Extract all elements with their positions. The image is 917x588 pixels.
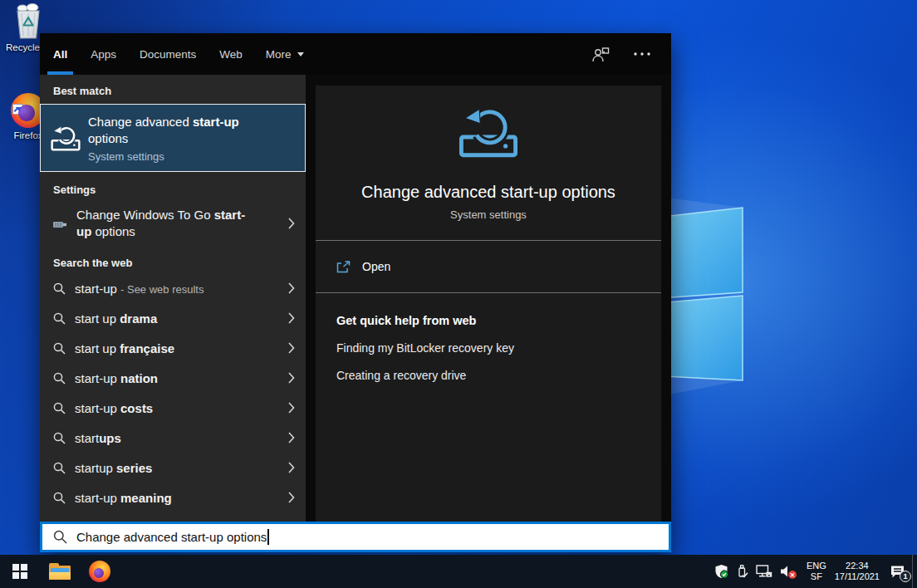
volume-muted-tray-icon[interactable]: ✕ — [780, 565, 794, 578]
search-icon — [53, 432, 66, 444]
taskbar-clock[interactable]: 22:34 17/11/2021 — [835, 561, 880, 582]
chevron-right-icon — [288, 312, 295, 324]
search-results-list: Best match Change advanced start-up opti… — [40, 75, 306, 522]
chevron-right-icon — [288, 282, 295, 294]
settings-result[interactable]: Change Windows To Go start-up options — [40, 200, 306, 247]
help-link[interactable]: Creating a recovery drive — [336, 369, 640, 382]
result-title: Change Windows To Go start-up options — [76, 207, 255, 240]
web-suggestion[interactable]: start-up - See web results — [40, 273, 306, 303]
search-flyout: All Apps Documents Web More Best match — [40, 33, 671, 552]
firefox-taskbar-button[interactable] — [80, 555, 120, 588]
chevron-right-icon — [288, 402, 295, 414]
windows-to-go-icon — [52, 218, 67, 230]
clock-date: 17/11/2021 — [835, 571, 880, 582]
open-action[interactable]: Open — [316, 241, 661, 292]
tab-web[interactable]: Web — [213, 33, 248, 75]
usb-tray-icon[interactable] — [736, 564, 748, 579]
search-icon — [53, 462, 66, 474]
help-section-header: Get quick help from web — [336, 314, 640, 327]
start-button[interactable] — [0, 555, 40, 588]
search-icon — [53, 530, 67, 544]
sign-in-icon[interactable] — [591, 47, 610, 62]
search-filter-tabs: All Apps Documents Web More — [40, 33, 671, 75]
taskbar: ✕ ENG SF 22:34 17/11/2021 1 — [0, 555, 917, 588]
section-header-web: Search the web — [40, 247, 306, 273]
search-icon — [53, 342, 66, 355]
chevron-right-icon — [288, 492, 295, 503]
chevron-down-icon — [297, 52, 304, 56]
show-desktop-button[interactable] — [912, 555, 917, 588]
search-icon — [53, 492, 66, 504]
mute-badge: ✕ — [788, 571, 797, 579]
tab-apps[interactable]: Apps — [85, 33, 122, 75]
search-input[interactable]: Change advanced start-up options — [40, 522, 671, 552]
windows-logo-icon — [12, 564, 27, 579]
shortcut-arrow-icon — [12, 104, 23, 115]
section-header-settings: Settings — [40, 172, 306, 200]
chevron-right-icon — [288, 432, 295, 443]
preview-title: Change advanced start-up options — [316, 183, 661, 202]
best-match-result[interactable]: Change advanced start-up options System … — [40, 104, 306, 172]
desktop: Recycle Bin Firefox All Apps Documents W… — [0, 0, 917, 588]
chevron-right-icon — [288, 462, 295, 473]
chevron-right-icon — [288, 372, 295, 384]
network-tray-icon[interactable] — [756, 565, 772, 579]
search-icon — [53, 372, 66, 385]
web-suggestion[interactable]: startup series — [40, 453, 306, 483]
result-subtitle: System settings — [88, 150, 267, 163]
text-cursor — [267, 529, 269, 545]
search-icon — [53, 282, 66, 295]
file-explorer-button[interactable] — [40, 555, 80, 588]
tab-all[interactable]: All — [47, 33, 73, 75]
language-indicator[interactable]: ENG SF — [807, 561, 826, 582]
file-explorer-icon — [49, 563, 71, 580]
tab-more[interactable]: More — [260, 33, 310, 75]
result-preview-pane: Change advanced start-up options System … — [316, 86, 661, 522]
preview-subtitle: System settings — [316, 208, 661, 221]
firefox-icon — [89, 561, 110, 582]
web-suggestion[interactable]: start-up costs — [40, 393, 306, 423]
search-icon — [53, 312, 66, 325]
advanced-startup-icon — [51, 125, 81, 151]
notification-badge: 1 — [900, 571, 911, 582]
open-icon — [336, 261, 351, 273]
search-input-value: Change advanced start-up options — [76, 530, 267, 544]
help-link[interactable]: Finding my BitLocker recovery key — [336, 341, 640, 355]
clock-time: 22:34 — [835, 561, 880, 571]
action-center-button[interactable]: 1 — [890, 565, 905, 579]
search-icon — [53, 402, 66, 414]
web-suggestion[interactable]: start up drama — [40, 303, 306, 333]
web-suggestion[interactable]: start-up nation — [40, 363, 306, 393]
section-header-best-match: Best match — [40, 75, 306, 101]
ellipsis-icon[interactable] — [633, 51, 651, 56]
security-tray-icon[interactable] — [714, 564, 728, 579]
chevron-right-icon — [288, 342, 295, 354]
tab-documents[interactable]: Documents — [134, 33, 202, 75]
open-label: Open — [362, 260, 390, 273]
chevron-right-icon — [288, 218, 295, 229]
web-suggestion[interactable]: start up française — [40, 333, 306, 363]
web-suggestion[interactable]: start-up meaning — [40, 483, 306, 512]
result-title: Change advanced start-up options — [88, 114, 267, 147]
advanced-startup-icon — [458, 105, 518, 158]
web-suggestion[interactable]: startups — [40, 423, 306, 453]
